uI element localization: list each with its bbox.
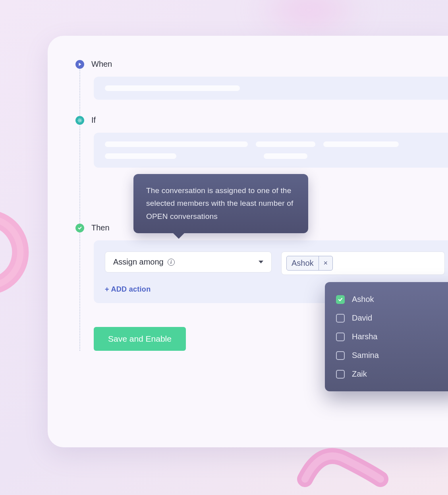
step-if-label: If [91, 116, 96, 125]
decorative-ring-left [0, 207, 48, 310]
when-condition-placeholder[interactable] [94, 77, 448, 100]
placeholder-line [323, 141, 399, 147]
assign-among-tooltip: The conversation is assigned to one of t… [133, 174, 308, 233]
member-option[interactable]: David [325, 309, 448, 327]
info-icon[interactable]: i [168, 259, 175, 266]
checkbox-unchecked-icon[interactable] [336, 351, 345, 360]
svg-line-7 [81, 119, 81, 119]
assignee-chip-field[interactable]: Ashok × [281, 251, 445, 275]
placeholder-line [264, 153, 307, 159]
chevron-down-icon [259, 261, 263, 263]
gear-icon [75, 116, 84, 125]
member-name-label: Harsha [352, 332, 377, 341]
members-dropdown-list: Ashok David Harsha Samina [325, 282, 448, 391]
checkbox-unchecked-icon[interactable] [336, 314, 345, 323]
placeholder-line [105, 141, 248, 147]
step-if: If [75, 116, 448, 168]
assignee-chip: Ashok × [286, 256, 333, 271]
member-option[interactable]: Samina [325, 346, 448, 365]
member-name-label: Ashok [352, 295, 374, 304]
action-type-dropdown[interactable]: Assign among i [105, 251, 272, 273]
check-icon [75, 224, 84, 232]
member-name-label: David [352, 313, 372, 323]
checkbox-unchecked-icon[interactable] [336, 370, 345, 379]
step-when: When [75, 60, 448, 100]
checkbox-unchecked-icon[interactable] [336, 333, 345, 341]
step-when-label: When [91, 60, 112, 69]
save-enable-button[interactable]: Save and Enable [94, 327, 186, 351]
step-then-label: Then [91, 223, 110, 232]
member-option[interactable]: Zaik [325, 365, 448, 383]
chip-remove-icon[interactable]: × [319, 256, 333, 270]
tooltip-text: The conversation is assigned to one of t… [146, 186, 293, 220]
member-name-label: Zaik [352, 369, 367, 379]
placeholder-line [256, 141, 315, 147]
svg-line-6 [81, 121, 81, 122]
svg-line-8 [78, 121, 79, 122]
svg-point-0 [79, 120, 81, 121]
step-then: Then The conversation is assigned to one… [75, 223, 448, 351]
if-condition-placeholder[interactable] [94, 133, 448, 168]
placeholder-line [105, 153, 176, 159]
play-icon [75, 60, 84, 69]
rule-builder-panel: When [48, 36, 448, 447]
checkbox-checked-icon[interactable] [336, 295, 345, 304]
chip-label: Ashok [287, 256, 319, 270]
member-option[interactable]: Harsha [325, 327, 448, 346]
decorative-blob-top [249, 0, 369, 40]
member-name-label: Samina [352, 351, 379, 360]
svg-line-5 [78, 119, 79, 119]
placeholder-line [105, 85, 240, 91]
member-option[interactable]: Ashok [325, 290, 448, 309]
then-action-block: The conversation is assigned to one of t… [94, 240, 448, 303]
decorative-worm-bottom [297, 423, 392, 495]
dropdown-selected-label: Assign among [113, 257, 164, 267]
